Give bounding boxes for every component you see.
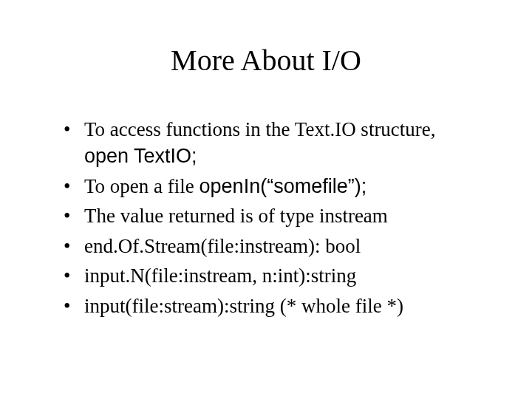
bullet-6-text: input(file:stream):string (* whole file …: [84, 295, 403, 317]
bullet-item-2: To open a file openIn(“somefile”);: [64, 173, 488, 200]
slide-title: More About I/O: [44, 43, 488, 78]
bullet-4-text: end.Of.Stream(file:instream): bool: [84, 235, 361, 257]
bullet-item-1: To access functions in the Text.IO struc…: [64, 116, 488, 170]
bullet-2-prefix: To open a file: [84, 175, 200, 197]
bullet-item-6: input(file:stream):string (* whole file …: [64, 293, 488, 319]
bullet-item-5: input.N(file:instream, n:int):string: [64, 262, 488, 289]
bullet-3-text: The value returned is of type instream: [84, 205, 388, 227]
bullet-5-text: input.N(file:instream, n:int):string: [84, 265, 356, 287]
bullet-1-line1: To access functions in the Text.IO struc…: [84, 118, 436, 140]
bullet-2-code: openIn(“somefile”);: [200, 175, 367, 197]
slide: More About I/O To access functions in th…: [0, 0, 532, 399]
bullet-list: To access functions in the Text.IO struc…: [64, 116, 488, 319]
bullet-item-3: The value returned is of type instream: [64, 202, 488, 229]
bullet-1-line2: open TextIO;: [84, 143, 488, 169]
bullet-item-4: end.Of.Stream(file:instream): bool: [64, 233, 488, 259]
